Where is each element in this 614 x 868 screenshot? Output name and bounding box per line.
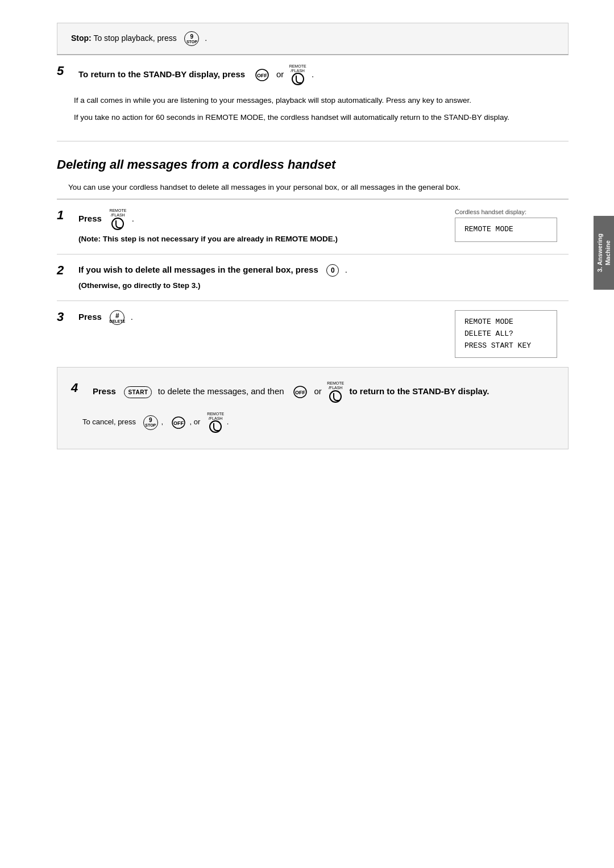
- step-1-right: Cordless handset display: REMOTE MODE: [443, 208, 569, 245]
- step1-remote-icon-wrapper: REMOTE/FLASH: [109, 208, 126, 229]
- step-3-right: REMOTE MODE DELETE ALL? PRESS START KEY: [443, 310, 569, 358]
- display-line3-step3: PRESS START KEY: [464, 340, 547, 352]
- hash-icon: # DELETE: [110, 310, 125, 325]
- step-5-note2: If you take no action for 60 seconds in …: [74, 111, 551, 124]
- step-4-cancel: To cancel, press 9 STOP , OFF , or: [71, 406, 554, 435]
- step-4-block: 4 Press START to delete the messages, an…: [57, 368, 569, 449]
- 9stop-icon: 9 STOP: [184, 31, 199, 46]
- step-5-number: 5: [57, 64, 74, 78]
- step-1-instruction: Press REMOTE/FLASH .: [78, 208, 443, 229]
- svg-text:OFF: OFF: [257, 73, 267, 78]
- step-3-instruction: Press # DELETE .: [78, 310, 443, 325]
- display-box-step1: REMOTE MODE: [455, 218, 557, 242]
- step-3-left: 3 Press # DELETE .: [57, 310, 443, 358]
- cancel-remote-icon-wrapper: REMOTE/FLASH: [207, 412, 224, 433]
- display-line2-step3: DELETE ALL?: [464, 328, 547, 340]
- off-icon-cancel: OFF: [171, 415, 186, 431]
- svg-text:OFF: OFF: [173, 420, 184, 426]
- handset-icon-step4: [329, 390, 342, 403]
- step-2-number: 2: [57, 264, 74, 277]
- step-3-content: Press # DELETE .: [78, 310, 443, 328]
- remote-flash-handset-wrapper: REMOTE/FLASH: [289, 64, 306, 85]
- off-icon-step4: OFF: [292, 384, 308, 400]
- handset-icon-cancel: [209, 420, 222, 433]
- step-5-note1: If a call comes in while you are listeni…: [74, 94, 551, 107]
- step-2-content: If you wish to delete all messages in th…: [78, 264, 569, 291]
- step-1-number: 1: [57, 208, 74, 222]
- step-2-instruction: If you wish to delete all messages in th…: [78, 264, 569, 277]
- display-line1-step1: REMOTE MODE: [464, 224, 547, 236]
- off-icon-wrapper: OFF: [253, 67, 271, 83]
- page-container: 3. AnsweringMachine Stop: To stop playba…: [0, 0, 614, 868]
- stop-box: Stop: To stop playback, press 9 STOP .: [57, 23, 569, 55]
- step-3-number: 3: [57, 310, 74, 324]
- 0-icon: 0: [326, 264, 339, 277]
- step-1-note: (Note: This step is not necessary if you…: [78, 233, 443, 245]
- display-box-step3: REMOTE MODE DELETE ALL? PRESS START KEY: [455, 310, 557, 358]
- off-icon: OFF: [254, 67, 270, 83]
- step-3-block: 3 Press # DELETE . REMOTE MODE DELETE AL…: [57, 301, 569, 368]
- step-5-block: 5 To return to the STAND-BY display, pre…: [57, 55, 569, 141]
- step-4-row: 4 Press START to delete the messages, an…: [71, 381, 554, 406]
- step-4-instruction: Press START to delete the messages, and …: [93, 381, 554, 406]
- step-1-content: Press REMOTE/FLASH . (Note: This step is…: [78, 208, 443, 245]
- step-2-note: (Otherwise, go directly to Step 3.): [78, 280, 569, 291]
- side-tab: 3. AnsweringMachine: [594, 216, 614, 290]
- section-intro: You can use your cordless handset to del…: [57, 181, 569, 194]
- step-4-content: 4 Press START to delete the messages, an…: [71, 375, 554, 441]
- display-line1-step3: REMOTE MODE: [464, 316, 547, 328]
- step-5-instruction: To return to the STAND-BY display, press…: [78, 64, 569, 85]
- step-2-block: 2 If you wish to delete all messages in …: [57, 254, 569, 301]
- stop-text: Stop: To stop playback, press 9 STOP .: [71, 31, 554, 46]
- section-heading: Deleting all messages from a cordless ha…: [57, 157, 569, 172]
- side-tab-text: 3. AnsweringMachine: [596, 233, 612, 272]
- start-icon: START: [124, 386, 152, 398]
- 9stop-icon-cancel: 9 STOP: [143, 415, 158, 430]
- step-4-number: 4: [71, 381, 88, 395]
- handset-icon-step1: [111, 218, 124, 230]
- handset-icon-step5: [292, 73, 304, 85]
- step-5-notes: If a call comes in while you are listeni…: [57, 91, 569, 131]
- step4-remote-icon-wrapper: REMOTE/FLASH: [327, 381, 344, 402]
- svg-text:OFF: OFF: [295, 390, 305, 395]
- step-1-block: 1 Press REMOTE/FLASH . (Note: This step …: [57, 199, 569, 254]
- step-1-left: 1 Press REMOTE/FLASH . (Note: This step …: [57, 208, 443, 245]
- display-label-step1: Cordless handset display:: [455, 208, 526, 215]
- step-5-row: 5 To return to the STAND-BY display, pre…: [57, 64, 569, 85]
